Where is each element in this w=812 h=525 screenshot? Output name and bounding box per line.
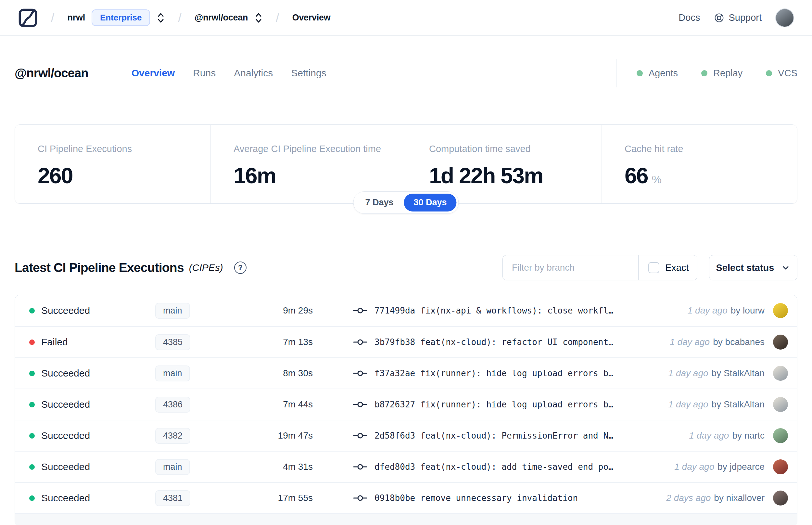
git-commit-icon <box>353 462 367 471</box>
org-switcher-chevrons-icon[interactable] <box>156 11 165 25</box>
author-avatar <box>773 460 788 474</box>
workspace-tabs: OverviewRunsAnalyticsSettings <box>132 68 326 79</box>
table-footer <box>15 513 797 525</box>
cipe-author: by lourw <box>731 305 765 316</box>
range-option-7-days[interactable]: 7 Days <box>355 194 403 211</box>
breadcrumb-separator: / <box>178 11 182 25</box>
org-plan-badge[interactable]: Enterprise <box>92 10 150 26</box>
cipe-author: by StalkAltan <box>711 368 765 378</box>
status-dot-icon <box>29 340 35 345</box>
cipe-row[interactable]: Succeeded main 8m 30s f37a32ae fix(runne… <box>15 357 797 389</box>
cipe-author: by StalkAltan <box>711 399 765 410</box>
cipe-row[interactable]: Succeeded 4386 7m 44s b8726327 fix(runne… <box>15 389 797 420</box>
feature-agents[interactable]: Agents <box>637 68 678 79</box>
stat-value: 260 <box>38 163 204 188</box>
commit: f37a32ae fix(runner): hide log upload er… <box>353 369 614 378</box>
author-avatar <box>773 335 788 349</box>
branch-badge: 4385 <box>155 334 190 350</box>
cipe-row[interactable]: Succeeded 4381 17m 55s 0918b0be remove u… <box>15 482 797 513</box>
commit-message: 2d58f6d3 feat(nx-cloud): PermissionError… <box>374 431 614 440</box>
cipe-duration: 7m 44s <box>262 399 313 410</box>
tab-runs[interactable]: Runs <box>193 68 216 79</box>
cipe-author: by jdpearce <box>718 462 765 472</box>
git-commit-icon <box>353 338 367 347</box>
stats-cards: CI Pipeline Executions 260 Average CI Pi… <box>15 124 797 204</box>
feature-label: Replay <box>713 68 742 79</box>
commit: 0918b0be remove unnecessary invalidation <box>353 493 578 503</box>
date-range-toggle: 7 Days30 Days <box>353 191 459 214</box>
stat-label: CI Pipeline Executions <box>38 144 204 154</box>
tab-overview[interactable]: Overview <box>132 68 175 79</box>
status-dot-icon <box>29 433 35 439</box>
cipe-status: Succeeded <box>41 430 155 441</box>
author-avatar <box>773 491 788 506</box>
breadcrumb-workspace[interactable]: @nrwl/ocean <box>195 13 248 23</box>
breadcrumb: / nrwl Enterprise / @nrwl/ocean / Overvi… <box>18 8 330 28</box>
exact-checkbox[interactable] <box>648 262 659 273</box>
git-commit-icon <box>353 400 367 409</box>
git-commit-icon <box>353 494 367 502</box>
commit: 2d58f6d3 feat(nx-cloud): PermissionError… <box>353 431 614 440</box>
status-select[interactable]: Select status <box>709 255 797 280</box>
author-avatar <box>773 397 788 412</box>
tab-settings[interactable]: Settings <box>291 68 326 79</box>
branch-badge: main <box>155 303 190 319</box>
page-title: @nrwl/ocean <box>15 66 88 80</box>
range-option-30-days[interactable]: 30 Days <box>404 194 456 211</box>
cipe-duration: 19m 47s <box>262 431 313 441</box>
branch-badge: main <box>155 459 190 475</box>
branch-filter-group: Exact <box>503 255 698 280</box>
nx-cloud-logo[interactable] <box>18 8 38 28</box>
cipe-status: Succeeded <box>41 368 155 379</box>
stat-label: Cache hit rate <box>625 144 791 154</box>
support-label: Support <box>729 12 762 23</box>
commit: 3b79fb38 feat(nx-cloud): refactor UI com… <box>353 337 614 347</box>
feature-status-list: Agents Replay VCS <box>637 68 797 79</box>
git-commit-icon <box>353 306 367 315</box>
workspace-switcher-chevrons-icon[interactable] <box>254 11 263 25</box>
cipe-status: Succeeded <box>41 461 155 472</box>
lifebuoy-icon <box>714 12 725 24</box>
feature-vcs[interactable]: VCS <box>766 68 797 79</box>
chevron-down-icon <box>781 263 790 272</box>
cipe-row[interactable]: Succeeded main 4m 31s dfed80d3 feat(nx-c… <box>15 451 797 482</box>
cipe-title-suffix: (CIPEs) <box>189 262 223 273</box>
exact-label[interactable]: Exact <box>665 262 689 273</box>
cipe-table: Succeeded main 9m 29s 771499da fix(nx-ap… <box>15 295 797 525</box>
breadcrumb-separator: / <box>276 11 279 25</box>
divider <box>616 59 616 87</box>
cipe-author: by bcabanes <box>713 337 765 347</box>
stat-card: Cache hit rate 66% <box>601 125 797 204</box>
cipe-title: Latest CI Pipeline Executions <box>15 260 184 275</box>
status-dot-icon <box>29 371 35 376</box>
feature-replay[interactable]: Replay <box>701 68 742 79</box>
author-avatar <box>773 366 788 381</box>
branch-filter-input[interactable] <box>503 255 638 280</box>
status-dot-icon <box>29 464 35 470</box>
commit: dfed80d3 feat(nx-cloud): add time-saved … <box>353 462 614 472</box>
breadcrumb-separator: / <box>51 11 55 25</box>
commit: b8726327 fix(runner): hide log upload er… <box>353 400 614 409</box>
git-commit-icon <box>353 369 367 378</box>
stat-value: 1d 22h 53m <box>429 163 595 188</box>
docs-link[interactable]: Docs <box>678 12 700 23</box>
breadcrumb-org[interactable]: nrwl <box>67 13 85 23</box>
user-avatar[interactable] <box>775 9 794 27</box>
tab-analytics[interactable]: Analytics <box>234 68 273 79</box>
branch-badge: 4381 <box>155 490 190 506</box>
stat-label: Average CI Pipeline Execution time <box>233 144 399 154</box>
stat-unit: % <box>652 173 662 185</box>
cipe-status: Succeeded <box>41 305 155 316</box>
cipe-row[interactable]: Succeeded 4382 19m 47s 2d58f6d3 feat(nx-… <box>15 420 797 451</box>
branch-badge: 4386 <box>155 397 190 412</box>
cipe-row[interactable]: Succeeded main 9m 29s 771499da fix(nx-ap… <box>15 295 797 326</box>
help-icon[interactable]: ? <box>234 261 246 274</box>
commit-message: 771499da fix(nx-api & workflows): close … <box>374 306 614 315</box>
support-link[interactable]: Support <box>714 12 762 24</box>
workspace-header: @nrwl/ocean OverviewRunsAnalyticsSetting… <box>0 36 812 93</box>
commit-message: f37a32ae fix(runner): hide log upload er… <box>374 369 614 378</box>
status-dot-icon <box>766 70 772 76</box>
cipe-time-ago: 1 day ago <box>669 399 708 410</box>
cipe-row[interactable]: Failed 4385 7m 13s 3b79fb38 feat(nx-clou… <box>15 326 797 357</box>
feature-label: Agents <box>649 68 678 79</box>
